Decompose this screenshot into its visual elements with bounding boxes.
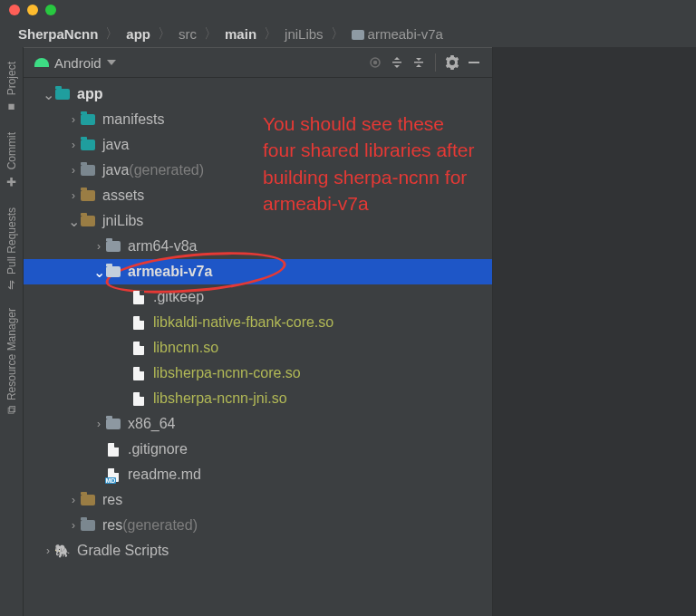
chevron-right-icon[interactable]: › bbox=[67, 494, 80, 506]
tree-node-label: res bbox=[102, 517, 122, 534]
tree-node-label: libsherpa-ncnn-jni.so bbox=[153, 390, 287, 407]
chevron-right-icon[interactable]: › bbox=[67, 113, 80, 126]
project-panel-header: Android bbox=[24, 47, 492, 78]
chevron-down-icon[interactable]: ⌄ bbox=[67, 213, 80, 230]
breadcrumb-segment[interactable]: app bbox=[124, 26, 152, 42]
tree-row[interactable]: ›res bbox=[24, 487, 492, 513]
tree-row[interactable]: ⌄app bbox=[24, 82, 492, 107]
tree-row[interactable]: .gitkeep bbox=[24, 284, 492, 310]
tree-node-label: app bbox=[77, 86, 102, 102]
folder-icon bbox=[105, 418, 121, 430]
tree-node-label: armeabi-v7a bbox=[128, 264, 212, 280]
folder-icon bbox=[80, 215, 95, 227]
folder-icon bbox=[105, 265, 121, 278]
folder-icon bbox=[54, 88, 70, 101]
breadcrumb[interactable]: SherpaNcnn〉app〉src〉main〉jniLibs〉armeabi-… bbox=[0, 20, 696, 47]
gutter-tab[interactable]: ■Project bbox=[5, 53, 18, 123]
svg-point-1 bbox=[374, 62, 377, 64]
chevron-down-icon[interactable]: ⌄ bbox=[92, 264, 105, 281]
file-icon: MD bbox=[105, 468, 121, 481]
tree-row[interactable]: ›res (generated) bbox=[24, 513, 492, 538]
breadcrumb-segment[interactable]: main bbox=[223, 26, 258, 42]
breadcrumb-separator: 〉 bbox=[260, 25, 281, 43]
breadcrumb-segment[interactable]: SherpaNcnn bbox=[16, 26, 100, 42]
gutter-tab[interactable]: ⧉Resource Manager bbox=[5, 299, 18, 423]
breadcrumb-separator: 〉 bbox=[327, 25, 348, 43]
tree-node-label: res bbox=[102, 492, 122, 508]
gutter-tab[interactable]: ⇋Pull Requests bbox=[5, 198, 18, 299]
project-view-selector[interactable]: Android bbox=[54, 55, 102, 71]
chevron-down-icon[interactable]: ⌄ bbox=[42, 86, 54, 103]
editor-area bbox=[493, 47, 696, 616]
breadcrumb-segment[interactable]: armeabi-v7a bbox=[350, 26, 445, 42]
folder-icon bbox=[80, 494, 95, 506]
tree-node-label: manifests bbox=[102, 111, 164, 128]
folder-icon bbox=[80, 189, 95, 202]
tree-node-label: jniLibs bbox=[102, 213, 143, 229]
chevron-right-icon[interactable]: › bbox=[67, 519, 80, 532]
tree-row-selected[interactable]: ⌄armeabi-v7a bbox=[24, 259, 492, 284]
minimize-window-button[interactable] bbox=[27, 5, 38, 15]
tree-node-suffix: (generated) bbox=[129, 162, 204, 178]
target-icon[interactable] bbox=[364, 52, 386, 73]
tree-node-label: libsherpa-ncnn-core.so bbox=[153, 365, 301, 381]
chevron-right-icon[interactable]: › bbox=[92, 240, 105, 253]
tree-row[interactable]: ›manifests bbox=[24, 107, 492, 132]
file-icon bbox=[130, 367, 146, 380]
folder-icon bbox=[80, 113, 95, 126]
divider bbox=[435, 53, 436, 72]
tree-node-label: assets bbox=[102, 188, 144, 204]
chevron-right-icon[interactable]: › bbox=[67, 164, 80, 177]
tree-row[interactable]: MDreadme.md bbox=[24, 462, 492, 487]
gutter-tab[interactable]: ✚Commit bbox=[5, 123, 18, 197]
file-icon bbox=[130, 392, 146, 405]
gradle-icon: 🐘 bbox=[54, 544, 70, 557]
expand-all-icon[interactable] bbox=[386, 52, 408, 73]
folder-icon bbox=[80, 164, 95, 177]
tree-row[interactable]: ›java (generated) bbox=[24, 158, 492, 183]
tree-row[interactable]: libsherpa-ncnn-core.so bbox=[24, 361, 492, 386]
tree-row[interactable]: libsherpa-ncnn-jni.so bbox=[24, 386, 492, 411]
breadcrumb-segment[interactable]: jniLibs bbox=[283, 26, 325, 42]
folder-icon bbox=[80, 519, 95, 532]
project-tree[interactable]: You should see these four shared librari… bbox=[24, 78, 492, 616]
file-icon bbox=[130, 316, 146, 329]
chevron-right-icon[interactable]: › bbox=[67, 189, 80, 202]
tree-row[interactable]: ›arm64-v8a bbox=[24, 234, 492, 259]
close-window-button[interactable] bbox=[9, 5, 20, 15]
tree-row[interactable]: ›x86_64 bbox=[24, 411, 492, 437]
svg-rect-2 bbox=[469, 62, 479, 63]
chevron-right-icon[interactable]: › bbox=[67, 139, 80, 151]
tree-row[interactable]: .gitignore bbox=[24, 437, 492, 462]
chevron-right-icon[interactable]: › bbox=[92, 418, 105, 430]
tree-node-label: .gitignore bbox=[128, 441, 188, 457]
collapse-all-icon[interactable] bbox=[408, 52, 430, 73]
dropdown-icon[interactable] bbox=[107, 60, 116, 65]
gear-icon[interactable] bbox=[441, 52, 463, 73]
folder-icon bbox=[105, 240, 121, 253]
tree-row[interactable]: ›java bbox=[24, 132, 492, 158]
tree-node-label: libncnn.so bbox=[153, 340, 218, 356]
tool-window-gutter: ■Project✚Commit⇋Pull Requests⧉Resource M… bbox=[0, 47, 24, 616]
tree-row[interactable]: libncnn.so bbox=[24, 335, 492, 361]
tree-row[interactable]: libkaldi-native-fbank-core.so bbox=[24, 310, 492, 335]
tree-node-label: readme.md bbox=[128, 467, 201, 483]
file-icon bbox=[130, 291, 146, 303]
tree-node-label: Gradle Scripts bbox=[77, 543, 169, 559]
file-icon bbox=[130, 342, 146, 354]
tree-node-label: .gitkeep bbox=[153, 289, 204, 305]
breadcrumb-separator: 〉 bbox=[102, 25, 122, 43]
chevron-right-icon[interactable]: › bbox=[42, 544, 54, 557]
folder-icon bbox=[80, 139, 95, 151]
hide-panel-icon[interactable] bbox=[463, 52, 485, 73]
zoom-window-button[interactable] bbox=[45, 5, 56, 15]
breadcrumb-separator: 〉 bbox=[200, 25, 221, 43]
tree-node-label: java bbox=[102, 162, 129, 178]
tree-row[interactable]: ›assets bbox=[24, 183, 492, 208]
tree-node-suffix: (generated) bbox=[122, 517, 198, 534]
breadcrumb-separator: 〉 bbox=[154, 25, 175, 43]
breadcrumb-segment[interactable]: src bbox=[177, 26, 198, 42]
tree-node-label: arm64-v8a bbox=[128, 238, 197, 255]
tree-row[interactable]: ›🐘Gradle Scripts bbox=[24, 538, 492, 563]
tree-row[interactable]: ⌄jniLibs bbox=[24, 208, 492, 234]
